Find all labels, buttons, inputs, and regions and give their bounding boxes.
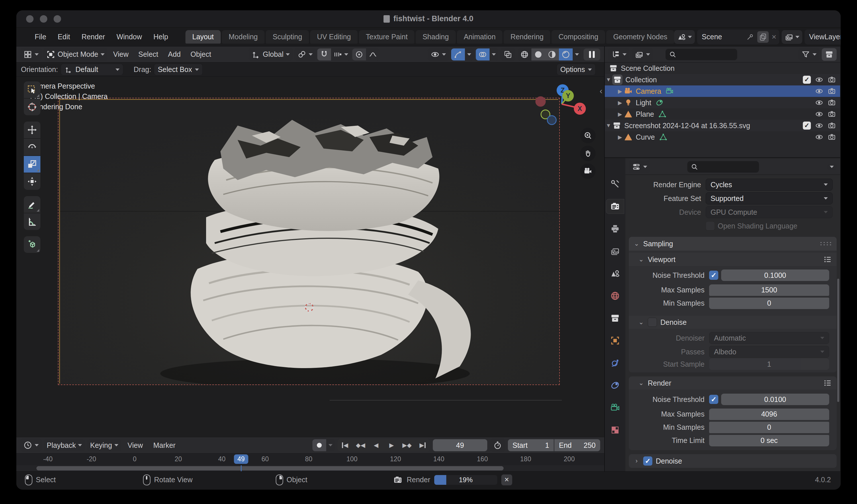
visibility-dropdown[interactable] (427, 48, 449, 61)
menu-view[interactable]: View (109, 48, 133, 60)
tool-annotate[interactable] (24, 196, 40, 213)
minimize-window-button[interactable] (40, 15, 47, 23)
render-noise-threshold-field[interactable]: 0.0100 (721, 393, 829, 405)
tab-uv-editing[interactable]: UV Editing (310, 30, 358, 44)
render-denoise-checkbox[interactable]: ✓ (643, 456, 652, 466)
tab-sculpting[interactable]: Sculpting (266, 30, 309, 44)
timeline-editor-type-button[interactable] (20, 439, 41, 452)
tab-tool[interactable] (606, 177, 624, 191)
render-max-samples-field[interactable]: 4096 (709, 408, 829, 420)
timeline-ruler[interactable]: -40 -20 0 20 40 60 80 100 120 140 160 18… (16, 453, 604, 465)
keying-menu[interactable]: Keying (87, 439, 121, 451)
noise-threshold-field[interactable]: 0.1000 (721, 269, 829, 281)
frame-end-field[interactable]: End250 (554, 439, 600, 451)
unlink-scene-button[interactable]: × (772, 33, 776, 41)
tool-rotate[interactable] (24, 139, 40, 155)
tab-physics[interactable] (606, 355, 624, 370)
shading-material-button[interactable] (545, 48, 559, 61)
outliner-row-collection[interactable]: ▼ Collection ✓ (605, 74, 840, 85)
axis-y-handle[interactable]: Y (562, 90, 574, 101)
camera-toggle-icon[interactable] (827, 133, 836, 141)
prev-keyframe-button[interactable]: ◆◀ (353, 439, 368, 452)
min-samples-field[interactable]: 0 (709, 298, 829, 309)
tab-texture-paint[interactable]: Texture Paint (359, 30, 415, 44)
play-reverse-button[interactable]: ◀ (369, 439, 384, 452)
use-preview-range-button[interactable] (490, 439, 505, 452)
axis-z-neg-handle[interactable] (547, 115, 557, 125)
render-min-samples-field[interactable]: 0 (709, 422, 829, 433)
snap-toggle[interactable] (317, 48, 331, 61)
disclosure-icon[interactable]: ▶ (616, 100, 624, 106)
preset-icon[interactable] (823, 379, 832, 387)
tool-measure[interactable] (24, 213, 40, 230)
tool-transform[interactable] (24, 173, 40, 190)
tab-constraints[interactable] (606, 378, 624, 393)
tab-object[interactable] (606, 333, 624, 348)
render-engine-dropdown[interactable]: Cycles (706, 179, 833, 191)
drag-dropdown[interactable]: Select Box (154, 64, 203, 75)
tab-rendering[interactable]: Rendering (504, 30, 550, 44)
collapse-arrow-icon[interactable]: ‹ (600, 86, 603, 96)
zoom-button[interactable] (580, 128, 595, 144)
tool-scale[interactable] (24, 156, 40, 172)
tab-shading[interactable]: Shading (416, 30, 456, 44)
pivot-point-dropdown[interactable] (295, 48, 316, 61)
outliner-row-scene-collection[interactable]: Scene Collection (605, 63, 840, 74)
disclosure-icon[interactable]: ▶ (616, 88, 624, 95)
proportional-edit-toggle[interactable] (352, 48, 366, 61)
next-keyframe-button[interactable]: ▶◆ (400, 439, 415, 452)
overlays-toggle[interactable] (476, 48, 490, 61)
tab-view-layer[interactable] (606, 244, 624, 258)
pan-button[interactable] (580, 146, 595, 161)
eye-icon[interactable] (815, 75, 823, 84)
timeline-view-menu[interactable]: View (123, 439, 147, 451)
exclude-checkbox[interactable]: ✓ (803, 121, 811, 130)
editor-type-button[interactable] (20, 48, 41, 61)
current-frame-field[interactable]: 49 (433, 439, 487, 451)
mode-dropdown[interactable]: Object Mode (43, 48, 107, 61)
tab-render-properties[interactable] (606, 199, 624, 214)
disclosure-icon[interactable]: ▼ (605, 77, 612, 83)
outliner-row-camera[interactable]: ▶ Camera (605, 85, 840, 97)
eye-icon[interactable] (815, 121, 823, 130)
view-layer-name[interactable]: ViewLayer (807, 33, 841, 41)
disclosure-icon[interactable]: ▶ (616, 134, 624, 140)
outliner-row-screenshot-collection[interactable]: ▼ Screenshot 2024-12-04 at 16.36.55.svg … (605, 120, 840, 131)
menu-select[interactable]: Select (134, 48, 162, 60)
eye-icon[interactable] (815, 98, 823, 107)
playhead-line[interactable] (241, 465, 241, 471)
navigation-gizmo[interactable]: Z Y X (535, 84, 587, 127)
scene-name[interactable]: Scene (700, 33, 743, 41)
gizmos-settings-button[interactable] (465, 48, 473, 61)
outliner-row-light[interactable]: ▶ Light (605, 97, 840, 108)
close-window-button[interactable] (26, 15, 34, 23)
sampling-panel-header[interactable]: ⌄ Sampling (629, 237, 837, 251)
denoise-checkbox[interactable] (648, 318, 657, 327)
play-button[interactable]: ▶ (384, 439, 399, 452)
tool-add-cube[interactable] (24, 236, 40, 253)
camera-toggle-icon[interactable] (827, 87, 836, 96)
camera-toggle-icon[interactable] (827, 98, 836, 107)
tab-object-data[interactable] (606, 400, 624, 415)
gizmos-toggle[interactable] (451, 48, 465, 61)
frame-start-field[interactable]: Start1 (508, 439, 554, 451)
eye-icon[interactable] (815, 110, 823, 118)
menu-render[interactable]: Render (76, 30, 111, 43)
pause-button[interactable] (584, 48, 600, 61)
pin-icon[interactable] (746, 33, 754, 41)
noise-threshold-checkbox[interactable]: ✓ (709, 271, 718, 280)
properties-scrollbar[interactable] (837, 279, 839, 402)
camera-toggle-icon[interactable] (827, 110, 836, 118)
render-denoise-header[interactable]: › ✓ Denoise (629, 454, 837, 468)
auto-key-toggle[interactable] (313, 439, 326, 451)
disclosure-icon[interactable]: ▼ (605, 122, 612, 129)
proportional-falloff-button[interactable] (366, 48, 380, 61)
timeline-body[interactable] (16, 465, 604, 471)
tab-compositing[interactable]: Compositing (552, 30, 605, 44)
auto-key-settings[interactable] (326, 439, 335, 451)
tab-output[interactable] (606, 221, 624, 236)
tab-scene[interactable] (606, 266, 624, 281)
viewport-subpanel-header[interactable]: ⌄ Viewport (629, 253, 837, 266)
tab-texture[interactable] (606, 423, 624, 437)
outliner-editor-type-button[interactable] (608, 48, 629, 61)
